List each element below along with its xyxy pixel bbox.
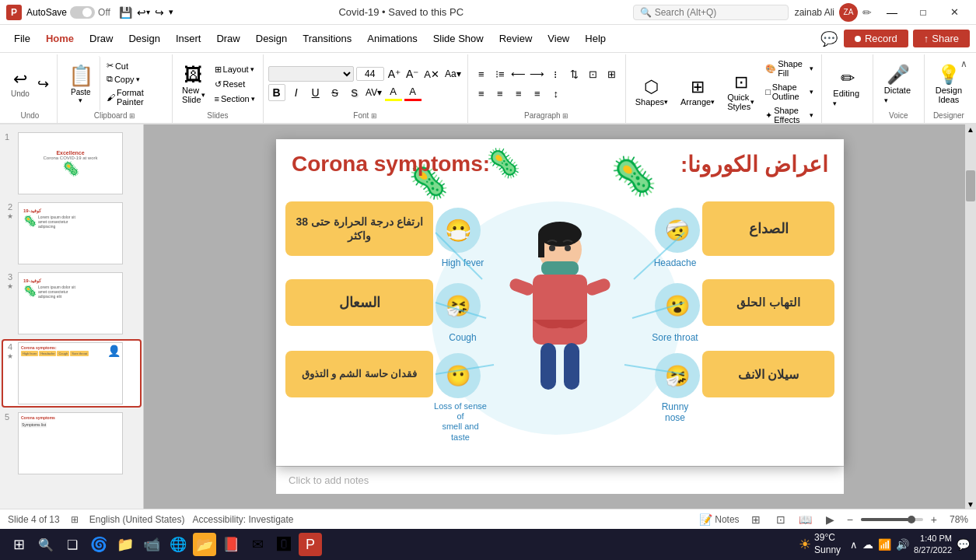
close-button[interactable]: ✕ — [939, 0, 970, 25]
shape-outline-button[interactable]: □Shape Outline▾ — [764, 81, 815, 103]
view-presentation-button[interactable]: ▶ — [822, 511, 839, 528]
autosave-toggle[interactable] — [70, 6, 95, 19]
file-explorer-icon[interactable]: 📁 — [114, 533, 137, 556]
slide-item-1[interactable]: 1 Excellence Corona COVID-19 at work 🦠 — [3, 131, 140, 196]
slide-item-3[interactable]: 3 ★ كوفيد-19 🦠 Lorem ipsum dolor sit ame… — [3, 271, 140, 336]
menu-home[interactable]: Home — [38, 30, 82, 47]
lang-label[interactable]: English (United States) — [89, 514, 185, 525]
chrome-icon[interactable]: 🌐 — [166, 533, 190, 556]
accessibility-label[interactable]: Accessibility: Investigate — [192, 514, 293, 525]
char-spacing-button[interactable]: AV▾ — [366, 84, 383, 101]
format-painter-button[interactable]: 🖌Format Painter — [105, 86, 164, 108]
slide-item-2[interactable]: 2 ★ كوفيد-19 🦠 Lorem ipsum dolor sit ame… — [3, 201, 140, 266]
search-box[interactable]: 🔍 — [633, 5, 789, 20]
wifi-icon[interactable]: 📶 — [878, 538, 891, 551]
menu-animations[interactable]: Animations — [359, 30, 425, 47]
menu-file[interactable]: File — [6, 30, 38, 47]
notes-button[interactable]: 📝 Notes — [699, 513, 739, 526]
powerpoint-taskbar-icon[interactable]: P — [299, 533, 322, 556]
shadow-button[interactable]: S — [346, 84, 363, 101]
onedrive-icon[interactable]: ☁ — [862, 538, 873, 551]
font-color-button[interactable]: A — [404, 84, 422, 101]
bullets-button[interactable]: ≡ — [473, 65, 490, 82]
menu-transitions[interactable]: Transitions — [295, 30, 359, 47]
shape-fill-button[interactable]: 🎨Shape Fill▾ — [764, 58, 815, 79]
files-icon[interactable]: 📂 — [193, 533, 216, 556]
start-button[interactable]: ⊞ — [6, 532, 31, 557]
undo-ribbon-button[interactable]: ↩ Undo — [8, 66, 33, 101]
slide-item-5[interactable]: 5 Corona symptoms Symptoms list — [3, 411, 140, 476]
comments-icon[interactable]: 💬 — [820, 30, 838, 47]
volume-icon[interactable]: 🔊 — [896, 538, 909, 551]
office-hub-icon[interactable]: 🅾 — [272, 533, 296, 556]
share-button[interactable]: ↑ Share — [913, 30, 970, 47]
notes-area[interactable]: Click to add notes — [276, 466, 844, 494]
line-spacing-button[interactable]: ↕ — [547, 85, 565, 102]
acrobat-icon[interactable]: 📕 — [219, 533, 243, 556]
mail-icon[interactable]: ✉ — [246, 533, 269, 556]
cut-button[interactable]: ✂Cut — [105, 59, 164, 72]
view-normal-button[interactable]: ⊞ — [747, 511, 764, 528]
increase-font-button[interactable]: A⁺ — [387, 66, 402, 82]
shape-effects-button[interactable]: ✦Shape Effects▾ — [764, 104, 815, 124]
menu-design[interactable]: Design — [121, 30, 167, 47]
view-slide-sorter-button[interactable]: ⊡ — [772, 511, 789, 528]
menu-insert[interactable]: Insert — [168, 30, 209, 47]
align-text-button[interactable]: ⊡ — [585, 65, 602, 82]
columns-button[interactable]: ⫶ — [547, 65, 565, 82]
maximize-button[interactable]: □ — [908, 0, 939, 25]
redo-ribbon-button[interactable]: ↪ — [34, 72, 52, 96]
paste-button[interactable]: 📋 Paste ▾ — [62, 56, 100, 111]
zoom-in-button[interactable]: + — [931, 513, 937, 526]
arrange-button[interactable]: ⊞ Arrange ▾ — [676, 74, 719, 110]
minimize-button[interactable]: — — [876, 0, 908, 25]
customize-qat-button[interactable]: ▾ — [169, 7, 173, 17]
decrease-indent-button[interactable]: ⟵ — [510, 65, 527, 82]
task-view-button[interactable]: ❑ — [61, 533, 84, 556]
italic-button[interactable]: I — [288, 84, 305, 101]
search-taskbar-button[interactable]: 🔍 — [34, 533, 58, 556]
editing-button[interactable]: ✏ Editing ▾ — [827, 65, 867, 110]
zoom-level[interactable]: 78% — [945, 514, 968, 525]
notification-icon[interactable]: 💬 — [957, 538, 970, 551]
edge-icon[interactable]: 🌀 — [87, 533, 110, 556]
menu-review[interactable]: Review — [491, 30, 540, 47]
menu-draw2[interactable]: Draw — [208, 30, 247, 47]
clear-format-button[interactable]: A✕ — [422, 67, 441, 82]
underline-button[interactable]: U — [307, 84, 324, 101]
change-case-button[interactable]: Aa▾ — [443, 67, 463, 81]
justify-button[interactable]: ≡ — [529, 85, 546, 102]
search-input[interactable] — [655, 7, 771, 18]
new-slide-button[interactable]: 🖼 NewSlide ▾ — [177, 61, 209, 107]
smartart-button[interactable]: ⊞ — [603, 65, 621, 82]
view-reading-button[interactable]: 📖 — [797, 511, 814, 528]
align-center-button[interactable]: ≡ — [491, 85, 509, 102]
dictate-button[interactable]: 🎤 Dictate ▾ — [878, 61, 919, 107]
font-size-input[interactable]: 44 — [356, 67, 384, 81]
pen-icon[interactable]: ✏ — [862, 6, 872, 19]
quick-styles-button[interactable]: ⊡ QuickStyles ▾ — [722, 69, 759, 114]
undo-button[interactable]: ↩ ▾ — [137, 6, 150, 19]
section-button[interactable]: ≡Section▾ — [213, 93, 257, 105]
align-right-button[interactable]: ≡ — [510, 85, 527, 102]
vertical-scrollbar[interactable]: ▲ ▼ — [965, 124, 976, 509]
shapes-button[interactable]: ⬡ Shapes ▾ — [631, 74, 673, 110]
numbered-button[interactable]: ⁝≡ — [491, 65, 509, 82]
bold-button[interactable]: B — [268, 84, 285, 101]
show-hidden-icons[interactable]: ∧ — [850, 539, 858, 551]
collapse-ribbon-button[interactable]: ∧ — [956, 56, 971, 72]
zoom-slider[interactable] — [861, 518, 923, 521]
increase-indent-button[interactable]: ⟶ — [529, 65, 546, 82]
font-family-select[interactable] — [268, 66, 354, 82]
redo-button[interactable]: ↪ — [155, 6, 164, 19]
highlight-button[interactable]: A — [385, 84, 402, 101]
zoom-app-icon[interactable]: 📹 — [140, 533, 163, 556]
align-left-button[interactable]: ≡ — [473, 85, 490, 102]
text-direction-button[interactable]: ⇅ — [566, 65, 583, 82]
menu-help[interactable]: Help — [577, 30, 614, 47]
menu-draw[interactable]: Draw — [82, 30, 121, 47]
reset-button[interactable]: ↺Reset — [213, 78, 257, 91]
clock-area[interactable]: 1:40 PM 8/27/2022 — [914, 533, 952, 557]
notes-view-icon[interactable]: ⊞ — [68, 513, 82, 527]
decrease-font-button[interactable]: A⁻ — [404, 66, 420, 82]
